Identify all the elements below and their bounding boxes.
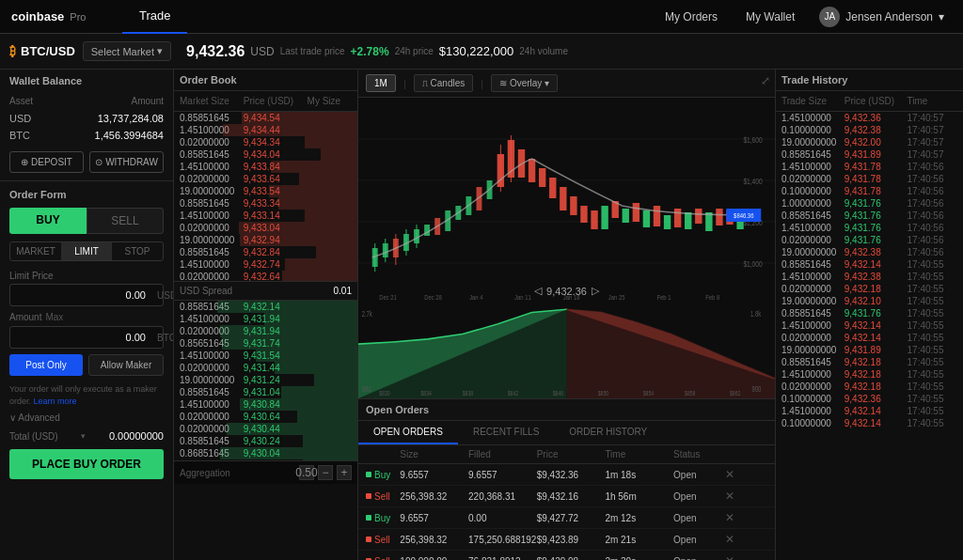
oo-col-filled: Filled [468,449,537,459]
deposit-button[interactable]: ⊕ DEPOSIT [9,151,84,173]
withdraw-label: WITHDRAW [105,157,158,167]
select-market-label: Select Market [91,46,154,57]
coinbase-logo-text: coinbase [11,9,64,23]
order-book-buy-row[interactable]: 1.45100000 9,430.84 [174,398,357,411]
th-time: 17:40:55 [908,333,957,343]
th-price: 9,432.38 [845,272,908,282]
post-only-button[interactable]: Post Only [9,354,83,376]
expand-chart-button[interactable]: ⤢ [761,74,770,87]
my-orders-button[interactable]: My Orders [652,6,731,28]
chart-area: 1M | ⎍ Candles | ≋ Overlay ▾ ⤢ [358,70,775,399]
candles-button[interactable]: ⎍ Candles [414,74,473,92]
nav-trade[interactable]: Trade [122,0,187,34]
order-book-sell-row[interactable]: 0.02000000 9,432.64 [174,271,357,281]
oo-price: $9,429.08 [537,556,606,561]
order-book-sell-row[interactable]: 1.45100000 9,433.14 [174,210,357,222]
oo-cancel-button[interactable]: ✕ [725,511,767,524]
oo-cancel-button[interactable]: ✕ [725,490,767,503]
max-button[interactable]: Max [45,312,63,322]
order-book-sell-row[interactable]: 0.85851645 9,433.34 [174,197,357,210]
order-book-sell-row[interactable]: 0.85851645 9,432.84 [174,246,357,258]
trade-history-row: 0.02000000 9,432.18 17:40:55 [776,381,963,393]
order-book-sell-row[interactable]: 1.45100000 9,434.44 [174,124,357,136]
limit-price-input[interactable] [10,285,151,305]
timeframe-1m-button[interactable]: 1M [366,74,396,92]
oo-side: Sell [366,491,400,502]
order-book-sell-row[interactable]: 0.85851645 9,434.04 [174,148,357,161]
svg-text:$842: $842 [508,389,519,397]
amount-input[interactable] [10,327,151,348]
aggregation-plus-button[interactable]: + [337,465,352,480]
withdraw-icon: ⊙ [95,157,103,167]
order-book-buy-row[interactable]: 0.02000000 9,430.64 [174,411,357,423]
th-header-size: Trade Size [781,96,845,106]
limit-tab[interactable]: LIMIT [61,242,112,260]
trade-history-row: 0.02000000 9,431.76 17:40:56 [776,234,963,246]
advanced-toggle[interactable]: ∨ Advanced [9,412,164,423]
svg-text:1.8k: 1.8k [750,309,761,319]
oo-filled: 9.6557 [468,470,537,480]
learn-more-link[interactable]: Learn more [34,397,77,406]
oo-cancel-button[interactable]: ✕ [725,554,767,560]
oo-side: Buy [366,470,400,480]
select-market-button[interactable]: Select Market ▾ [83,41,171,61]
user-menu[interactable]: JA Jensen Anderson ▾ [810,2,954,32]
order-book-buy-row[interactable]: 0.85851645 9,432.14 [174,301,357,313]
order-book-sell-row[interactable]: 1.45100000 9,433.84 [174,161,357,173]
market-tab[interactable]: MARKET [10,242,61,260]
svg-text:Jan 4: Jan 4 [469,293,482,301]
trading-pair: BTC/USD [21,44,75,58]
price-info: 9,432.36 USD Last trade price +2.78% 24h… [186,43,568,60]
order-book-buy-row[interactable]: 0.02000000 9,430.44 [174,423,357,435]
order-book-sell-row[interactable]: 0.85851645 9,434.54 [174,112,357,124]
trade-history-row: 1.45100000 9,431.76 17:40:56 [776,222,963,234]
order-book-sell-row[interactable]: 0.02000000 9,433.04 [174,222,357,234]
order-book-sell-row[interactable]: 1.45100000 9,432.74 [174,258,357,271]
my-wallet-button[interactable]: My Wallet [733,6,808,28]
tab-recent-fills[interactable]: RECENT FILLS [458,421,554,444]
order-book-sell-row[interactable]: 19.00000000 9,433.54 [174,185,357,197]
overlay-button[interactable]: ≋ Overlay ▾ [491,74,558,92]
stop-tab[interactable]: STOP [112,242,163,260]
order-book-buy-row[interactable]: 1.45100000 9,431.94 [174,313,357,325]
order-book-buy-row[interactable]: 0.85851645 9,430.24 [174,435,357,447]
wallet-row-usd: USD 13,737,284.08 [0,110,173,127]
withdraw-button[interactable]: ⊙ WITHDRAW [89,151,164,173]
order-book-sell-row[interactable]: 0.02000000 9,434.34 [174,136,357,148]
oo-cancel-button[interactable]: ✕ [725,533,767,546]
sell-tab[interactable]: SELL [87,208,164,234]
limit-price-label: Limit Price [9,271,164,281]
tab-open-orders[interactable]: OPEN ORDERS [358,421,458,444]
order-book-buy-row[interactable]: 0.02000000 9,431.94 [174,325,357,337]
order-form-title: Order Form [9,189,164,200]
oo-cancel-button[interactable]: ✕ [725,468,767,481]
allow-maker-button[interactable]: Allow Maker [88,354,164,376]
order-book-buy-row[interactable]: 0.02000000 9,431.44 [174,362,357,374]
order-book-buy-row[interactable]: 0.85651645 9,431.74 [174,337,357,350]
th-time: 17:40:55 [908,308,957,319]
order-book-sell-row[interactable]: 19.00000000 9,432.94 [174,234,357,246]
order-book-buy-row[interactable]: 1.45100000 9,431.54 [174,350,357,362]
order-book-buy-row[interactable]: 100.00000 9,430.04 [174,459,357,460]
order-book-buy-row[interactable]: 0.86851645 9,430.04 [174,447,357,459]
aggregation-minus-button[interactable]: − [318,465,333,480]
ob-buy-size: 0.85851645 [180,387,244,397]
order-book-sell-row[interactable]: 0.02000000 9,433.64 [174,173,357,185]
th-size: 0.02000000 [781,174,845,184]
overlay-label: Overlay [510,78,542,88]
tab-order-history[interactable]: ORDER HISTORY [554,421,662,444]
buy-tab[interactable]: BUY [9,208,87,234]
last-price: 9,432.36 [186,43,245,60]
ob-buy-size: 1.45100000 [180,350,244,361]
place-order-button[interactable]: PLACE BUY ORDER [9,449,164,479]
order-book-buy-row[interactable]: 0.85851645 9,431.04 [174,386,357,398]
th-price: 9,432.36 [845,113,908,123]
chevron-down-icon: ▾ [939,10,944,23]
order-book-buy-row[interactable]: 19.00000000 9,431.24 [174,374,357,386]
ob-buy-size: 19.00000000 [180,375,244,385]
th-time: 17:40:55 [908,284,957,294]
svg-rect-31 [580,206,587,223]
depth-chart: 2.7k 1.8k 900 900 $830 $834 $838 $842 $8… [358,304,775,398]
trade-history-row: 1.45100000 9,432.14 17:40:55 [776,405,963,417]
oo-status: Open [673,491,725,502]
